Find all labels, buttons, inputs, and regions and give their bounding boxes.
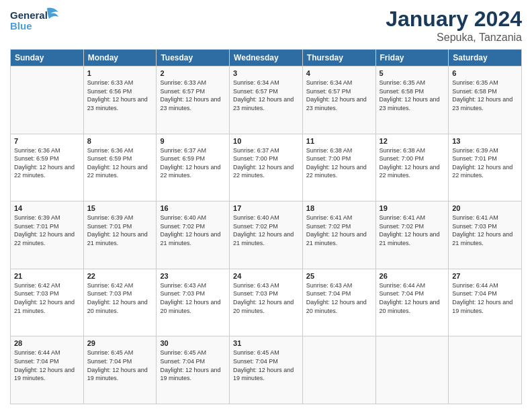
cell-info: Sunrise: 6:43 AMSunset: 7:04 PMDaylight:… bbox=[306, 281, 372, 315]
day-number: 10 bbox=[233, 137, 299, 145]
col-monday: Monday bbox=[83, 50, 157, 66]
col-tuesday: Tuesday bbox=[157, 50, 230, 66]
cell-info: Sunrise: 6:40 AMSunset: 7:02 PMDaylight:… bbox=[233, 214, 299, 247]
calendar-cell: 12Sunrise: 6:38 AMSunset: 7:00 PMDayligh… bbox=[375, 134, 449, 201]
calendar-cell: 17Sunrise: 6:40 AMSunset: 7:02 PMDayligh… bbox=[230, 201, 303, 269]
calendar-table: Sunday Monday Tuesday Wednesday Thursday… bbox=[10, 49, 522, 404]
cell-info: Sunrise: 6:44 AMSunset: 7:04 PMDaylight:… bbox=[380, 281, 445, 315]
calendar-cell: 29Sunrise: 6:45 AMSunset: 7:04 PMDayligh… bbox=[83, 336, 157, 404]
svg-text:General: General bbox=[10, 9, 48, 21]
day-number: 8 bbox=[87, 137, 153, 145]
day-number: 30 bbox=[160, 339, 226, 347]
day-number: 15 bbox=[87, 204, 153, 212]
calendar-cell bbox=[11, 66, 84, 134]
calendar-cell: 8Sunrise: 6:36 AMSunset: 6:59 PMDaylight… bbox=[83, 134, 157, 201]
logo: GeneralBlue bbox=[10, 7, 64, 37]
cell-info: Sunrise: 6:34 AMSunset: 6:57 PMDaylight:… bbox=[306, 79, 372, 112]
day-number: 25 bbox=[306, 272, 372, 280]
cell-info: Sunrise: 6:39 AMSunset: 7:01 PMDaylight:… bbox=[14, 214, 80, 247]
day-number: 12 bbox=[380, 137, 445, 145]
cell-info: Sunrise: 6:41 AMSunset: 7:02 PMDaylight:… bbox=[380, 214, 445, 247]
cell-info: Sunrise: 6:40 AMSunset: 7:02 PMDaylight:… bbox=[160, 214, 226, 247]
cell-info: Sunrise: 6:44 AMSunset: 7:04 PMDaylight:… bbox=[452, 281, 518, 315]
cell-info: Sunrise: 6:33 AMSunset: 6:56 PMDaylight:… bbox=[87, 79, 153, 112]
calendar-cell: 10Sunrise: 6:37 AMSunset: 7:00 PMDayligh… bbox=[230, 134, 303, 201]
cell-info: Sunrise: 6:44 AMSunset: 7:04 PMDaylight:… bbox=[14, 349, 80, 382]
cell-info: Sunrise: 6:41 AMSunset: 7:03 PMDaylight:… bbox=[452, 214, 518, 247]
day-number: 5 bbox=[380, 69, 445, 77]
day-number: 23 bbox=[160, 272, 226, 280]
calendar-cell: 7Sunrise: 6:36 AMSunset: 6:59 PMDaylight… bbox=[11, 134, 84, 201]
day-number: 24 bbox=[233, 272, 299, 280]
calendar-cell bbox=[449, 336, 522, 404]
cell-info: Sunrise: 6:45 AMSunset: 7:04 PMDaylight:… bbox=[233, 349, 299, 382]
day-number: 2 bbox=[160, 69, 226, 77]
calendar-cell: 26Sunrise: 6:44 AMSunset: 7:04 PMDayligh… bbox=[375, 269, 449, 336]
cell-info: Sunrise: 6:35 AMSunset: 6:58 PMDaylight:… bbox=[380, 79, 445, 112]
title-area: January 2024 Sepuka, Tanzania bbox=[386, 7, 522, 44]
calendar-cell: 5Sunrise: 6:35 AMSunset: 6:58 PMDaylight… bbox=[375, 66, 449, 134]
cell-info: Sunrise: 6:39 AMSunset: 7:01 PMDaylight:… bbox=[87, 214, 153, 247]
cell-info: Sunrise: 6:45 AMSunset: 7:04 PMDaylight:… bbox=[160, 349, 226, 382]
subtitle: Sepuka, Tanzania bbox=[386, 32, 522, 44]
cell-info: Sunrise: 6:42 AMSunset: 7:03 PMDaylight:… bbox=[87, 281, 153, 315]
logo-svg: GeneralBlue bbox=[10, 7, 64, 37]
main-title: January 2024 bbox=[386, 7, 522, 32]
cell-info: Sunrise: 6:37 AMSunset: 6:59 PMDaylight:… bbox=[160, 146, 226, 180]
calendar-cell: 25Sunrise: 6:43 AMSunset: 7:04 PMDayligh… bbox=[302, 269, 375, 336]
day-number: 28 bbox=[14, 339, 80, 347]
page: GeneralBlue January 2024 Sepuka, Tanzani… bbox=[0, 0, 532, 411]
cell-info: Sunrise: 6:42 AMSunset: 7:03 PMDaylight:… bbox=[14, 281, 80, 315]
day-number: 22 bbox=[87, 272, 153, 280]
cell-info: Sunrise: 6:43 AMSunset: 7:03 PMDaylight:… bbox=[233, 281, 299, 315]
day-number: 16 bbox=[160, 204, 226, 212]
day-number: 14 bbox=[14, 204, 80, 212]
day-number: 11 bbox=[306, 137, 372, 145]
cell-info: Sunrise: 6:36 AMSunset: 6:59 PMDaylight:… bbox=[87, 146, 153, 180]
day-number: 1 bbox=[87, 69, 153, 77]
cell-info: Sunrise: 6:41 AMSunset: 7:02 PMDaylight:… bbox=[306, 214, 372, 247]
day-number: 13 bbox=[452, 137, 518, 145]
calendar-week-1: 1Sunrise: 6:33 AMSunset: 6:56 PMDaylight… bbox=[11, 66, 522, 134]
calendar-cell: 27Sunrise: 6:44 AMSunset: 7:04 PMDayligh… bbox=[449, 269, 522, 336]
cell-info: Sunrise: 6:45 AMSunset: 7:04 PMDaylight:… bbox=[87, 349, 153, 382]
header-row: Sunday Monday Tuesday Wednesday Thursday… bbox=[11, 50, 522, 66]
calendar-cell bbox=[375, 336, 449, 404]
calendar-cell: 14Sunrise: 6:39 AMSunset: 7:01 PMDayligh… bbox=[11, 201, 84, 269]
col-thursday: Thursday bbox=[302, 50, 375, 66]
calendar-cell: 15Sunrise: 6:39 AMSunset: 7:01 PMDayligh… bbox=[83, 201, 157, 269]
cell-info: Sunrise: 6:38 AMSunset: 7:00 PMDaylight:… bbox=[380, 146, 445, 180]
cell-info: Sunrise: 6:35 AMSunset: 6:58 PMDaylight:… bbox=[452, 79, 518, 112]
header: GeneralBlue January 2024 Sepuka, Tanzani… bbox=[10, 7, 522, 44]
day-number: 4 bbox=[306, 69, 372, 77]
calendar-cell: 1Sunrise: 6:33 AMSunset: 6:56 PMDaylight… bbox=[83, 66, 157, 134]
day-number: 3 bbox=[233, 69, 299, 77]
cell-info: Sunrise: 6:36 AMSunset: 6:59 PMDaylight:… bbox=[14, 146, 80, 180]
calendar-week-5: 28Sunrise: 6:44 AMSunset: 7:04 PMDayligh… bbox=[11, 336, 522, 404]
day-number: 27 bbox=[452, 272, 518, 280]
calendar-cell: 19Sunrise: 6:41 AMSunset: 7:02 PMDayligh… bbox=[375, 201, 449, 269]
cell-info: Sunrise: 6:38 AMSunset: 7:00 PMDaylight:… bbox=[306, 146, 372, 180]
cell-info: Sunrise: 6:34 AMSunset: 6:57 PMDaylight:… bbox=[233, 79, 299, 112]
calendar-cell: 21Sunrise: 6:42 AMSunset: 7:03 PMDayligh… bbox=[11, 269, 84, 336]
day-number: 20 bbox=[452, 204, 518, 212]
calendar-cell: 22Sunrise: 6:42 AMSunset: 7:03 PMDayligh… bbox=[83, 269, 157, 336]
calendar-cell: 6Sunrise: 6:35 AMSunset: 6:58 PMDaylight… bbox=[449, 66, 522, 134]
calendar-week-2: 7Sunrise: 6:36 AMSunset: 6:59 PMDaylight… bbox=[11, 134, 522, 201]
calendar-cell: 9Sunrise: 6:37 AMSunset: 6:59 PMDaylight… bbox=[157, 134, 230, 201]
day-number: 17 bbox=[233, 204, 299, 212]
calendar-cell: 16Sunrise: 6:40 AMSunset: 7:02 PMDayligh… bbox=[157, 201, 230, 269]
day-number: 19 bbox=[380, 204, 445, 212]
calendar-cell: 11Sunrise: 6:38 AMSunset: 7:00 PMDayligh… bbox=[302, 134, 375, 201]
day-number: 31 bbox=[233, 339, 299, 347]
col-saturday: Saturday bbox=[449, 50, 522, 66]
cell-info: Sunrise: 6:43 AMSunset: 7:03 PMDaylight:… bbox=[160, 281, 226, 315]
calendar-week-3: 14Sunrise: 6:39 AMSunset: 7:01 PMDayligh… bbox=[11, 201, 522, 269]
calendar-cell: 20Sunrise: 6:41 AMSunset: 7:03 PMDayligh… bbox=[449, 201, 522, 269]
calendar-cell: 30Sunrise: 6:45 AMSunset: 7:04 PMDayligh… bbox=[157, 336, 230, 404]
day-number: 18 bbox=[306, 204, 372, 212]
calendar-cell bbox=[302, 336, 375, 404]
cell-info: Sunrise: 6:33 AMSunset: 6:57 PMDaylight:… bbox=[160, 79, 226, 112]
day-number: 9 bbox=[160, 137, 226, 145]
calendar-cell: 24Sunrise: 6:43 AMSunset: 7:03 PMDayligh… bbox=[230, 269, 303, 336]
